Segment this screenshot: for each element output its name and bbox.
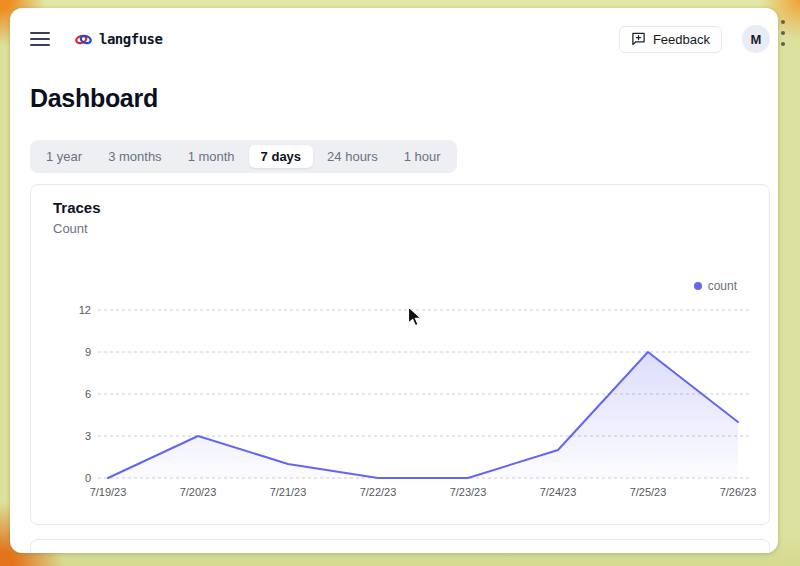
- y-tick-label: 3: [85, 430, 91, 442]
- legend-dot: [694, 282, 702, 290]
- avatar[interactable]: M: [742, 25, 770, 53]
- y-tick-label: 9: [85, 346, 91, 358]
- y-tick-label: 12: [79, 304, 91, 316]
- tab-3-months[interactable]: 3 months: [96, 145, 173, 168]
- page-title: Dashboard: [30, 84, 158, 113]
- tab-1-month[interactable]: 1 month: [176, 145, 247, 168]
- feedback-bubble-icon: [631, 32, 646, 46]
- x-tick-label: 7/23/23: [450, 486, 487, 498]
- top-bar: langfuse Feedback M: [10, 24, 778, 54]
- frame-handle-dot: [781, 20, 785, 24]
- time-range-tabs: 1 year3 months1 month7 days24 hours1 hou…: [30, 140, 457, 173]
- brand-name: langfuse: [99, 31, 162, 47]
- x-tick-label: 7/26/23: [720, 486, 757, 498]
- x-tick-label: 7/25/23: [630, 486, 667, 498]
- count-series-area: [108, 352, 738, 478]
- menu-icon[interactable]: [30, 32, 50, 46]
- x-tick-label: 7/22/23: [360, 486, 397, 498]
- recording-frame: { "header": { "brand": "langfuse", "feed…: [0, 0, 800, 566]
- x-tick-label: 7/21/23: [270, 486, 307, 498]
- feedback-label: Feedback: [653, 32, 710, 47]
- y-tick-label: 6: [85, 388, 91, 400]
- chart-legend: count: [694, 279, 737, 293]
- y-tick-label: 0: [85, 472, 91, 484]
- traces-card: Traces Count count 0369127/19/237/20/237…: [30, 184, 770, 525]
- traces-chart[interactable]: 0369127/19/237/20/237/21/237/22/237/23/2…: [71, 298, 771, 503]
- next-card-stub: [30, 539, 770, 553]
- avatar-initial: M: [751, 32, 762, 47]
- card-title: Traces: [53, 199, 101, 216]
- knot-logo-icon: [75, 32, 92, 47]
- tab-7-days[interactable]: 7 days: [249, 145, 313, 168]
- frame-handle-dot: [781, 42, 785, 46]
- tab-1-hour[interactable]: 1 hour: [392, 145, 453, 168]
- tab-24-hours[interactable]: 24 hours: [315, 145, 390, 168]
- feedback-button[interactable]: Feedback: [619, 26, 722, 53]
- card-subtitle: Count: [53, 221, 88, 236]
- tab-1-year[interactable]: 1 year: [34, 145, 94, 168]
- frame-handle-dot: [781, 31, 785, 35]
- legend-label: count: [708, 279, 737, 293]
- x-tick-label: 7/19/23: [90, 486, 127, 498]
- app-window: langfuse Feedback M Dashboard 1 year3 mo…: [10, 8, 778, 553]
- brand[interactable]: langfuse: [75, 31, 162, 47]
- x-tick-label: 7/24/23: [540, 486, 577, 498]
- x-tick-label: 7/20/23: [180, 486, 217, 498]
